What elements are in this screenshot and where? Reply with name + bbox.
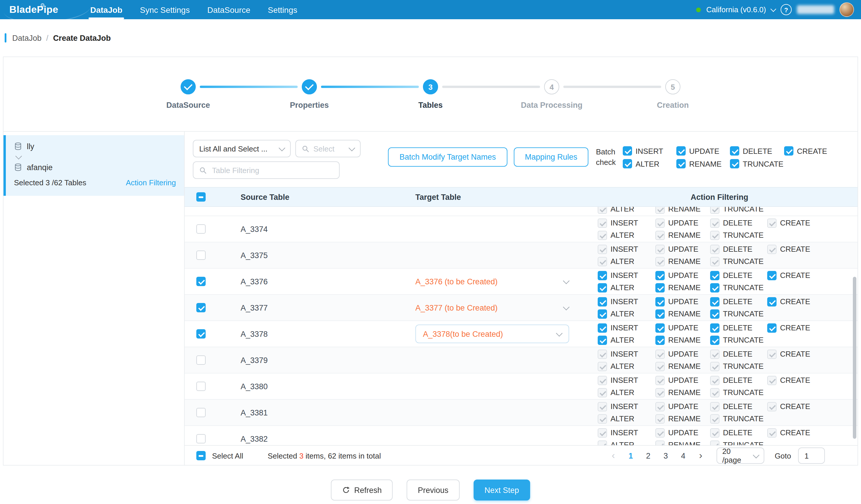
row-delete-checkbox [710,218,720,228]
avatar[interactable] [839,2,854,17]
goto-page-input[interactable] [798,448,825,464]
target-table-select[interactable]: A_3378(to be Created) [415,325,569,343]
row-alter-checkbox[interactable] [598,335,607,345]
row-update-checkbox[interactable] [655,297,665,306]
batch-create-checkbox[interactable] [784,146,793,155]
row-create-label: CREATE [780,376,810,384]
row-create-checkbox[interactable] [767,323,777,332]
row-rename-label: RENAME [668,388,700,397]
row-update-checkbox[interactable] [655,323,665,332]
refresh-button[interactable]: Refresh [331,479,393,501]
row-update-label: UPDATE [668,376,698,384]
target-db-name: afanqie [27,163,53,172]
row-alter-checkbox[interactable] [598,309,607,318]
row-create-checkbox[interactable] [767,297,777,306]
batch-rename-checkbox[interactable] [676,159,686,168]
row-update-checkbox[interactable] [655,271,665,280]
batch-insert-checkbox[interactable] [623,146,632,155]
batch-delete-checkbox[interactable] [730,146,739,155]
region-selector[interactable]: California (v0.6.0) [706,5,766,14]
row-create-checkbox[interactable] [767,271,777,280]
row-delete-label: DELETE [723,428,752,437]
username-blurred [797,5,834,14]
batch-modify-target-names-button[interactable]: Batch Modify Target Names [388,147,507,167]
row-select-checkbox[interactable] [196,303,206,312]
target-table-select[interactable]: A_3377 (to be Created) [394,303,582,312]
row-truncate-checkbox[interactable] [710,335,720,345]
row-update-label: UPDATE [668,297,698,306]
table-header: Source Table Target Table Action Filteri… [184,187,858,207]
target-table-select[interactable]: A_3376 (to be Created) [394,277,582,286]
row-rename-label: RENAME [668,283,700,292]
batch-update-checkbox[interactable] [676,146,686,155]
row-select-checkbox[interactable] [196,382,206,391]
row-create-checkbox [767,402,777,411]
page-button-2[interactable]: 2 [641,448,656,463]
vertical-scrollbar[interactable] [853,277,856,439]
row-select-checkbox[interactable] [196,277,206,286]
row-select-checkbox[interactable] [196,408,206,417]
page-button-3[interactable]: 3 [658,448,673,463]
list-mode-select[interactable]: List All and Select ... [193,140,291,157]
row-select-checkbox[interactable] [196,224,206,234]
row-rename-label: RENAME [668,257,700,266]
column-select[interactable]: Select [295,140,360,157]
row-truncate-checkbox[interactable] [710,309,720,318]
row-delete-checkbox[interactable] [710,297,720,306]
row-create-label: CREATE [780,218,810,227]
action-filtering-link[interactable]: Action Filtering [126,178,176,187]
row-select-checkbox[interactable] [196,434,206,444]
row-insert-label: INSERT [611,271,638,280]
chevron-down-icon [753,452,759,458]
row-rename-checkbox[interactable] [655,335,665,345]
nav-tab-settings[interactable]: Settings [259,0,306,19]
row-delete-checkbox[interactable] [710,271,720,280]
page-button-4[interactable]: 4 [676,448,691,463]
chevron-down-icon[interactable] [770,6,776,12]
chevron-down-icon [556,330,563,337]
select-all-header-checkbox[interactable] [196,192,206,202]
row-create-label: CREATE [780,402,810,411]
row-rename-checkbox[interactable] [655,283,665,292]
row-alter-label: ALTER [611,388,634,397]
page-button-1[interactable]: 1 [623,448,639,463]
nav-tab-datasource[interactable]: DataSource [199,0,259,19]
batch-truncate-checkbox[interactable] [730,159,739,168]
row-truncate-checkbox[interactable] [710,283,720,292]
row-alter-checkbox[interactable] [598,283,607,292]
page-size-select[interactable]: 20 /page [716,448,764,464]
batch-alter-checkbox[interactable] [623,159,632,168]
row-insert-checkbox[interactable] [598,323,607,332]
row-create-label: CREATE [780,297,810,306]
row-delete-label: DELETE [723,376,752,384]
breadcrumb-parent[interactable]: DataJob [12,33,42,42]
row-select-checkbox[interactable] [196,250,206,260]
next-step-button[interactable]: Next Step [474,479,530,501]
table-row: A_3381 INSERTUPDATEDELETECREATEALTERRENA… [184,400,858,426]
row-insert-checkbox[interactable] [598,271,607,280]
previous-page-icon[interactable]: ‹ [606,448,621,463]
mapping-rules-button[interactable]: Mapping Rules [514,147,588,167]
table-filter-input[interactable] [211,165,333,175]
nav-tab-sync-settings[interactable]: Sync Settings [131,0,199,19]
nav-tab-datajob[interactable]: DataJob [82,0,131,19]
row-select-checkbox[interactable] [196,329,206,339]
row-delete-checkbox[interactable] [710,323,720,332]
source-table-name: A_3376 [241,277,268,286]
row-delete-checkbox [710,349,720,359]
table-body: ALTERRENAMETRUNCATE A_3374 INSERTUPDATED… [184,207,858,445]
next-page-icon[interactable]: › [693,448,708,463]
row-select-checkbox[interactable] [196,355,206,365]
previous-button[interactable]: Previous [407,479,459,501]
breadcrumb: DataJob / Create DataJob [0,19,861,56]
help-icon[interactable]: ? [781,4,792,15]
source-table-name: A_3381 [241,408,268,417]
row-alter-label: ALTER [611,309,634,318]
select-all-checkbox[interactable] [196,451,206,460]
chevron-down-icon [15,153,22,159]
row-insert-checkbox[interactable] [598,297,607,306]
row-rename-checkbox[interactable] [655,309,665,318]
datasource-pair[interactable]: lly afanqie Selected 3 /62 Tables Action… [3,135,184,196]
table-filter-search[interactable] [193,161,340,179]
batch-create-label: CREATE [797,147,827,155]
